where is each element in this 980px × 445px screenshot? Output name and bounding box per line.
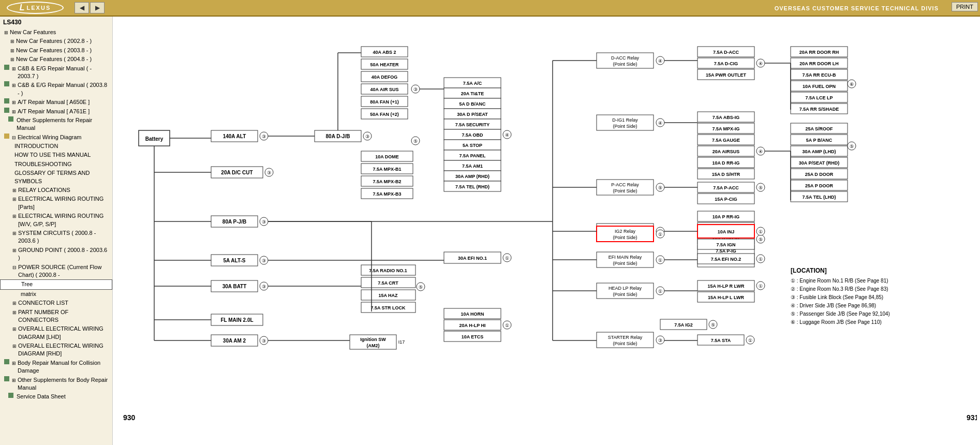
- circle-3-starter: ③: [658, 338, 662, 343]
- ignition-sw: Ignition SW: [360, 337, 386, 342]
- sidebar-item-connector-list[interactable]: ⊞ CONNECTOR LIST: [0, 299, 112, 307]
- plus-icon: ⊞: [12, 196, 17, 203]
- plus-icon: ⊞: [12, 309, 17, 316]
- sidebar-item-matrix[interactable]: matrix: [0, 290, 112, 299]
- sidebar-item-overall-rhd[interactable]: ⊞ OVERALL ELECTRICAL WIRING DIAGRAM [RHD…: [0, 342, 112, 359]
- sidebar-item-relay-locations[interactable]: ⊞ RELAY LOCATIONS: [0, 186, 112, 195]
- plus-icon: ⊞: [12, 82, 16, 89]
- sidebar-item-power-source[interactable]: ⊟ POWER SOURCE (Current Flow Chart) ( 20…: [0, 263, 112, 280]
- plus-icon: ⊞: [10, 48, 14, 54]
- circle-5-ig2: ⑤: [711, 322, 715, 328]
- fuse-15a-pwroutlet: 15A PWR OUTLET: [706, 72, 747, 78]
- sidebar-item-ncf-2004[interactable]: ⊞ New Car Features ( 2004.8 - ): [0, 55, 112, 64]
- sidebar-item-troubleshooting[interactable]: TROUBLESHOOTING: [0, 160, 112, 169]
- sidebar-item-system-circuits[interactable]: ⊞ SYSTEM CIRCUITS ( 2000.8 - 2003.6 ): [0, 229, 112, 246]
- fuse-10a-etcs: 10A ETCS: [462, 334, 484, 339]
- fuse-75a-dcig: 7.5A D-CIG: [714, 61, 738, 66]
- sidebar-item-ncf-2002[interactable]: ⊞ New Car Features ( 2002.8 - ): [0, 37, 112, 46]
- circle-1-inj: ①: [759, 229, 763, 234]
- nav-forward-button[interactable]: ▶: [90, 2, 105, 13]
- fuse-30a-pseat-rhd: 30A P/SEAT (RHD): [799, 160, 840, 166]
- sidebar-item-label: New Car Features ( 2003.8 - ): [16, 47, 92, 54]
- sidebar-item-label: New Car Features ( 2002.8 - ): [16, 37, 92, 45]
- location-title: [LOCATION]: [791, 267, 827, 274]
- circle-3-djb: ③: [365, 134, 369, 139]
- green-box-icon: [8, 393, 13, 398]
- sidebar-item-cb-2003[interactable]: ⊞ C&B & E/G Repair Manual ( - 2003.7 ): [0, 64, 112, 81]
- sidebar-item-label: ELECTRICAL WIRING ROUTING [Parts]: [18, 195, 109, 211]
- plus-icon: ⊞: [10, 38, 14, 45]
- sidebar-item-electrical-wiring[interactable]: ⊟ Electrical Wiring Diagram: [0, 133, 112, 142]
- sidebar-item-tree[interactable]: Tree: [0, 279, 112, 289]
- sidebar-item-ground-point[interactable]: ⊞ GROUND POINT ( 2000.8 - 2003.6 ): [0, 246, 112, 263]
- fuse-75a-rrecu: 7.5A RR ECU-B: [802, 72, 836, 78]
- fuse-15a-hlprwr: 15A H-LP R LWR: [707, 284, 745, 289]
- plus-icon: ⊞: [12, 300, 17, 307]
- location-item-1: ① : Engine Room No.1 R/B (See Page 81): [791, 278, 888, 284]
- fuse-75a-tel-rhd: 7.5A TEL (RHD): [455, 184, 489, 189]
- plus-icon: ⊞: [12, 326, 17, 333]
- sidebar-item-glossary[interactable]: GLOSSARY OF TERMS AND SYMBOLS: [0, 169, 112, 186]
- circle-5-mid: ⑤: [413, 139, 418, 144]
- circle-5-right2: ⑤: [850, 144, 854, 149]
- header-right-text: OVERSEAS CUSTOMER SERVICE TECHNICAL DIVI…: [775, 0, 939, 17]
- circle-1-hlphi: ①: [505, 323, 509, 328]
- fuse-80a-fan1: 80A FAN (+1): [370, 99, 398, 105]
- sidebar-item-service-data[interactable]: Service Data Sheet: [0, 392, 112, 401]
- sidebar-item-label: Other Supplements for Body Repair Manual: [18, 376, 109, 392]
- sidebar-item-at-a761e[interactable]: ⊞ A/T Repair Manual [ A761E ]: [0, 107, 112, 116]
- green-box-icon: [4, 376, 9, 381]
- nav-back-button[interactable]: ◀: [75, 2, 89, 13]
- sidebar-item-new-car-features[interactable]: ⊞ New Car Features: [0, 28, 112, 37]
- fuse-75a-mpxb1: 7.5A MPX-B1: [373, 167, 401, 172]
- circle-3-alt: ③: [262, 134, 266, 139]
- circle-1-hlprwr: ①: [759, 284, 763, 289]
- sidebar-item-other-supplements[interactable]: Other Supplements for Repair Manual: [0, 116, 112, 133]
- sidebar-item-label: A/T Repair Manual [ A650E ]: [18, 98, 90, 106]
- sidebar-item-cb-2003b[interactable]: ⊞ C&B & E/G Repair Manual ( 2003.8 - ): [0, 81, 112, 98]
- sidebar-item-overall-lhd[interactable]: ⊞ OVERALL ELECTRICAL WIRING DIAGRAM [LHD…: [0, 324, 112, 342]
- print-button[interactable]: PRINT: [952, 2, 978, 11]
- logo-l-icon: L: [20, 3, 25, 12]
- sidebar-item-routing-parts[interactable]: ⊞ ELECTRICAL WIRING ROUTING [Parts]: [0, 195, 112, 212]
- sidebar-item-label: OVERALL ELECTRICAL WIRING DIAGRAM [LHD]: [18, 325, 109, 341]
- fuse-30a-batt: 30A BATT: [222, 284, 247, 289]
- fuse-75a-gauge: 7.5A GAUGE: [712, 138, 740, 143]
- sidebar-item-ncf-2003[interactable]: ⊞ New Car Features ( 2003.8 - ): [0, 46, 112, 55]
- plus-icon: ⊞: [12, 187, 17, 194]
- fuse-75a-tel-lhd: 7.5A TEL (LHD): [802, 195, 836, 200]
- sidebar-item-how-to-use[interactable]: HOW TO USE THIS MANUAL: [0, 151, 112, 159]
- fuse-75a-ac: 7.5A A/C: [463, 81, 482, 86]
- sidebar-item-label: Electrical Wiring Diagram: [18, 134, 81, 141]
- plus-icon: ⊞: [12, 109, 16, 115]
- sidebar-root-title: LS430: [0, 17, 112, 28]
- sidebar-item-body-repair[interactable]: ⊞ Body Repair Manual for Collision Damag…: [0, 359, 112, 376]
- sidebar-item-label: Body Repair Manual for Collision Damage: [18, 359, 109, 375]
- plus-icon: ⊞: [12, 66, 16, 72]
- sidebar-item-other-body[interactable]: ⊞ Other Supplements for Body Repair Manu…: [0, 376, 112, 393]
- circle-1-ig2: ①: [658, 232, 662, 237]
- sidebar-item-routing-wv[interactable]: ⊞ ELECTRICAL WIRING ROUTING [W/V, G/P, S…: [0, 212, 112, 229]
- sidebar-item-label: C&B & E/G Repair Manual ( 2003.8 - ): [18, 81, 109, 97]
- sidebar-item-label: A/T Repair Manual [ A761E ]: [18, 108, 90, 115]
- relay-dig1-ps: (Point Side): [613, 124, 637, 129]
- sidebar-item-label: CONNECTOR LIST: [18, 299, 68, 307]
- sidebar-item-label: PART NUMBER OF CONNECTORS: [18, 308, 109, 324]
- fuse-75a-crt: 7.5A CRT: [378, 280, 398, 286]
- fuse-75a-rrshade: 7.5A RR S/SHADE: [799, 107, 839, 112]
- circle-4-dcig: ④: [759, 61, 763, 66]
- circle-3-pjb: ③: [262, 219, 266, 225]
- circle-4-obd: ④: [505, 132, 509, 138]
- sidebar-item-label: GROUND POINT ( 2000.8 - 2003.6 ): [18, 246, 109, 262]
- relay-ig2: IG2 Relay: [615, 229, 636, 234]
- fuse-20a-hlphi: 20A H-LP HI: [459, 323, 485, 328]
- content-area: Battery 140A ALT ③ 80A D-J/B ③: [113, 17, 980, 445]
- green-box-icon: [4, 81, 9, 86]
- sidebar-item-at-a650e[interactable]: ⊞ A/T Repair Manual [ A650E ]: [0, 98, 112, 107]
- fuse-10a-dome: 10A DOME: [375, 154, 399, 159]
- sidebar-item-introduction[interactable]: INTRODUCTION: [0, 142, 112, 151]
- fuse-30a-amp-rhd: 30A AMP (RHD): [455, 174, 489, 179]
- location-item-5: ⑤ : Passenger Side J/B (See Page 92,104): [791, 311, 890, 317]
- circle-4-airsus: ④: [759, 149, 763, 154]
- sidebar-item-part-number[interactable]: ⊞ PART NUMBER OF CONNECTORS: [0, 308, 112, 325]
